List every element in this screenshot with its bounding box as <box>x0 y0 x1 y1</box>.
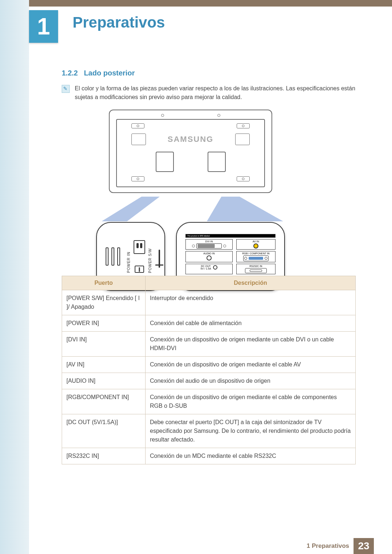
access-door-icon <box>131 134 146 145</box>
rca-yellow-jack-icon <box>253 243 258 249</box>
monitor-inner-frame: SAMSUNG <box>116 119 265 187</box>
mount-hole-icon <box>217 114 220 117</box>
vent-slot-icon <box>131 123 144 128</box>
rear-diagram: SAMSUNG POWER IN <box>94 110 287 291</box>
desc-cell: Debe conectar el puerto [DC OUT] a la ca… <box>146 414 356 448</box>
right-port-panel-icon <box>208 152 226 172</box>
svg-marker-0 <box>102 197 160 221</box>
power-in-label: POWER IN <box>127 240 131 273</box>
table-header-desc: Descripción <box>146 276 356 290</box>
vent-slot-icon <box>131 176 144 181</box>
ac-cord-slots-icon <box>106 247 120 266</box>
desc-cell: Conexión de un MDC mediante el cable RS2… <box>146 448 356 464</box>
chapter-number-tab: 1 <box>29 10 58 43</box>
left-sidebar <box>0 0 29 554</box>
pencil-note-icon <box>62 85 70 93</box>
port-label: RS232C IN <box>249 265 262 267</box>
power-switch-icon <box>135 266 144 273</box>
ir-window-icon <box>159 250 160 268</box>
port-label: DVI IN <box>205 240 213 243</box>
dvi-connector-icon <box>196 243 222 249</box>
page-footer: 1 Preparativos 23 <box>0 538 392 554</box>
table-row: [POWER S/W] Encendido [ I ]/ Apagado Int… <box>62 290 356 315</box>
port-spec: 5V / 1.5A <box>201 267 211 270</box>
vent-slot-icon <box>237 176 250 181</box>
power-inlet-icon <box>134 240 145 254</box>
table-header-port: Puerto <box>62 276 146 290</box>
audio-in-port: ↓ AUDIO IN <box>185 251 233 262</box>
av-in-port: AV IN <box>236 239 275 250</box>
rs232-connector-icon <box>245 268 267 273</box>
cert-label-strip: This product is SRS labeled <box>185 234 275 238</box>
port-cell: [DVI IN] <box>62 332 146 357</box>
desc-cell: Conexión del cable de alimentación <box>146 315 356 332</box>
rgb-component-in-port: RGB / COMPONENT IN <box>236 251 275 262</box>
dc-jack-icon <box>213 265 217 270</box>
desc-cell: Conexión de un dispositivo de origen med… <box>146 389 356 414</box>
port-cell: [RS232C IN] <box>62 448 146 464</box>
ports-table: Puerto Descripción [POWER S/W] Encendido… <box>62 276 356 464</box>
dsub-connector-icon <box>243 255 269 261</box>
port-cell: [AUDIO IN] <box>62 373 146 389</box>
port-cell: [AV IN] <box>62 357 146 373</box>
section-heading: 1.2.2 Lado posterior <box>62 69 135 77</box>
desc-cell: Interruptor de encendido <box>146 290 356 315</box>
table-row: [AV IN] Conexión de un dispositivo de or… <box>62 357 356 373</box>
svg-marker-1 <box>207 197 283 221</box>
chapter-number: 1 <box>37 13 50 40</box>
port-cell: [POWER S/W] Encendido [ I ]/ Apagado <box>62 290 146 315</box>
section-title: Lado posterior <box>84 69 135 77</box>
mount-hole-icon <box>161 114 164 117</box>
vent-slot-icon <box>237 123 250 128</box>
desc-cell: Conexión del audio de un dispositivo de … <box>146 373 356 389</box>
pointer-lines-icon <box>94 193 287 222</box>
port-cell: [RGB/COMPONENT IN] <box>62 389 146 414</box>
footer-chapter-label: 1 Preparativos <box>307 542 349 550</box>
chapter-title: Preparativos <box>73 14 165 31</box>
top-bar <box>29 0 392 7</box>
dvi-in-port: DVI IN <box>185 239 233 250</box>
desc-cell: Conexión de un dispositivo de origen med… <box>146 332 356 357</box>
audio-jack-icon <box>207 255 212 260</box>
table-row: [RS232C IN] Conexión de un MDC mediante … <box>62 448 356 464</box>
note-text: El color y la forma de las piezas pueden… <box>75 84 356 102</box>
table-row: [DVI IN] Conexión de un dispositivo de o… <box>62 332 356 357</box>
dc-out-port: DC OUT 5V / 1.5A <box>185 264 233 274</box>
access-door-icon <box>235 134 250 145</box>
port-cell: [POWER IN] <box>62 315 146 332</box>
port-cell: [DC OUT (5V/1.5A)] <box>62 414 146 448</box>
brand-logo: SAMSUNG <box>168 135 213 144</box>
port-label: DC OUT <box>201 265 211 267</box>
footer-page-number: 23 <box>354 538 374 554</box>
table-row: [DC OUT (5V/1.5A)] Debe conectar el puer… <box>62 414 356 448</box>
port-label: RGB / COMPONENT IN <box>242 252 269 255</box>
left-port-panel-icon <box>156 152 174 172</box>
section-number: 1.2.2 <box>62 69 78 77</box>
port-label: AV IN <box>253 240 259 243</box>
power-sw-label: POWER S/W <box>148 248 152 273</box>
table-row: [POWER IN] Conexión del cable de aliment… <box>62 315 356 332</box>
table-row: [AUDIO IN] Conexión del audio de un disp… <box>62 373 356 389</box>
table-row: [RGB/COMPONENT IN] Conexión de un dispos… <box>62 389 356 414</box>
monitor-back-outline: SAMSUNG <box>109 110 272 193</box>
note-block: El color y la forma de las piezas pueden… <box>62 84 356 102</box>
desc-cell: Conexión de un dispositivo de origen med… <box>146 357 356 373</box>
rs232c-in-port: RS232C IN <box>236 264 275 274</box>
